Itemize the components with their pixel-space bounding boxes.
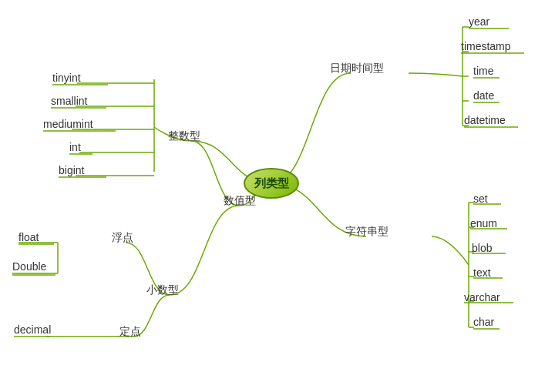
leaf-tinyint: tinyint [52, 72, 81, 84]
leaf-datetime: datetime [464, 114, 506, 126]
leaf-int: int [69, 141, 81, 153]
leaf-set: set [473, 193, 488, 205]
node-日期时间型: 日期时间型 [330, 62, 384, 75]
node-定点: 定点 [119, 325, 141, 339]
leaf-smallint: smallint [51, 95, 87, 107]
leaf-time: time [473, 65, 493, 77]
leaf-mediumint: mediumint [43, 118, 93, 130]
node-整数型: 整数型 [168, 129, 200, 143]
node-数值型: 数值型 [224, 194, 256, 208]
leaf-timestamp: timestamp [461, 40, 511, 52]
leaf-enum: enum [470, 217, 497, 230]
leaf-bigint: bigint [59, 164, 84, 176]
leaf-float: float [18, 231, 39, 243]
center-node-label: 列类型 [254, 176, 289, 191]
leaf-Double: Double [12, 260, 46, 273]
node-小数型: 小数型 [146, 283, 179, 297]
leaf-char: char [473, 316, 494, 328]
leaf-text: text [473, 266, 491, 279]
leaf-blob: blob [472, 242, 492, 254]
leaf-decimal: decimal [14, 323, 51, 336]
leaf-date: date [473, 89, 494, 102]
node-浮点: 浮点 [112, 231, 133, 245]
leaf-year: year [469, 15, 489, 28]
node-字符串型: 字符串型 [345, 225, 388, 239]
leaf-varchar: varchar [464, 291, 500, 303]
